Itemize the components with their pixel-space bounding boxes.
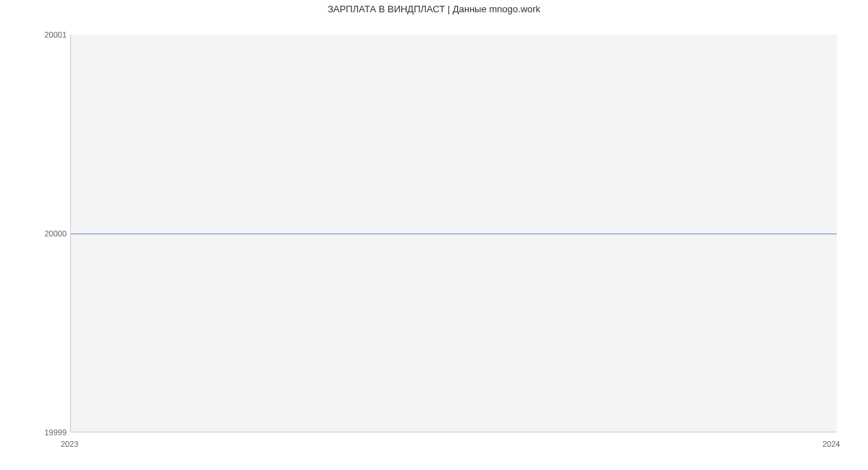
y-tick-bot: 19999 [44, 428, 67, 437]
data-line [71, 234, 837, 235]
plot-area [70, 35, 837, 432]
chart-title: ЗАРПЛАТА В ВИНДПЛАСТ | Данные mnogo.work [0, 0, 868, 14]
y-tick-top: 20001 [44, 30, 67, 39]
x-tick-right: 2024 [822, 440, 840, 448]
y-tick-mid: 20000 [44, 229, 67, 238]
x-tick-left: 2023 [61, 440, 78, 448]
